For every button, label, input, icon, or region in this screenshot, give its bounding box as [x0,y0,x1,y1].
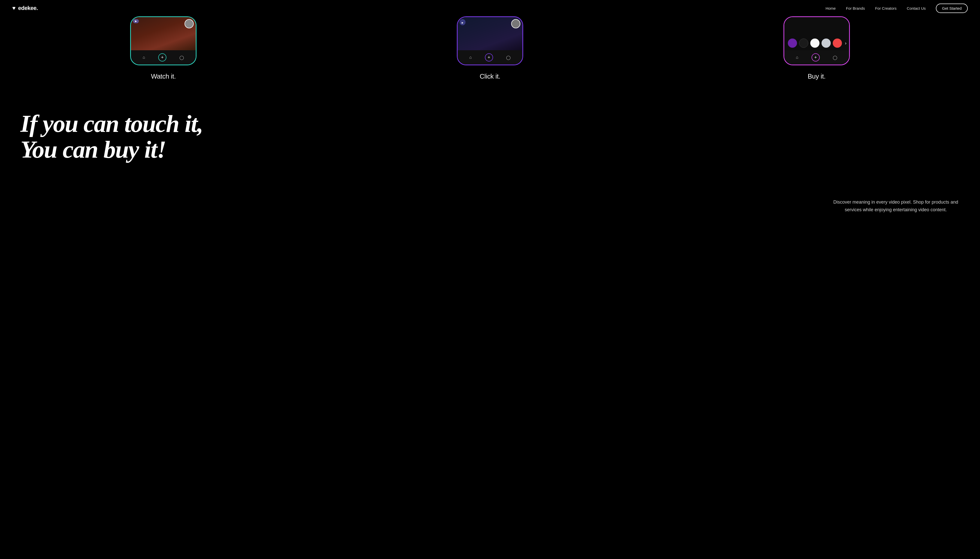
nav-links: Home For Brands For Creators Contact Us … [826,3,968,13]
phone-nav-1: ⌂ + ◯ [131,50,196,64]
live-badge-2: ▶ [460,19,465,25]
profile-icon-2: ◯ [506,55,511,60]
swatch-black[interactable] [799,38,808,48]
home-icon-2: ⌂ [469,55,472,60]
phone-screen-3: › [784,17,849,50]
logo-heart-icon: ♥ [12,5,16,12]
phone-mockup-2: ▶ ⌂ + ◯ [457,17,523,65]
description-section: Discover meaning in every video pixel. S… [0,183,980,234]
plus-icon-1[interactable]: + [158,53,166,61]
profile-icon-1: ◯ [179,55,184,60]
tagline-section: If you can touch it, You can buy it! [0,80,357,183]
description-text: Discover meaning in every video pixel. S… [832,198,960,214]
tagline-line-2: You can buy it! [20,137,337,162]
color-swatches: › [788,38,846,48]
tagline-line-1: If you can touch it, [20,111,337,137]
home-icon-1: ⌂ [143,55,145,60]
swatch-red[interactable] [833,38,842,48]
phone-mockup-1: ▶ ⌂ + ◯ [130,17,197,65]
home-icon-3: ⌂ [796,55,798,60]
nav-home[interactable]: Home [826,6,836,10]
phone-screen-1: ▶ [131,17,196,50]
get-started-button[interactable]: Get Started [936,3,968,13]
swatch-white[interactable] [810,38,819,48]
phone-buy: › ⌂ + ◯ Buy it. [653,17,980,80]
phone-click: ▶ ⌂ + ◯ Click it. [327,17,653,80]
live-badge-1: ▶ [133,19,139,23]
nav-for-brands[interactable]: For Brands [846,6,865,10]
plus-icon-2[interactable]: + [485,53,493,61]
swatch-lightgray[interactable] [821,38,831,48]
phone-screen-2: ▶ [458,17,522,50]
nav-contact-us[interactable]: Contact Us [907,6,925,10]
logo[interactable]: ♥ edekee. [12,5,38,12]
phone-label-1: Watch it. [151,73,175,80]
phone-label-3: Buy it. [808,73,826,80]
logo-text: edekee. [18,5,38,12]
phone-nav-2: ⌂ + ◯ [458,50,522,64]
tagline-text: If you can touch it, You can buy it! [20,111,337,162]
phone-watch: ▶ ⌂ + ◯ Watch it. [0,17,327,80]
profile-icon-3: ◯ [833,55,837,60]
avatar-1 [184,19,194,28]
navbar: ♥ edekee. Home For Brands For Creators C… [0,0,980,17]
more-swatches-icon: › [845,41,846,46]
swatch-purple[interactable] [788,38,797,48]
phone-mockup-3: › ⌂ + ◯ [783,17,850,65]
plus-icon-3[interactable]: + [811,53,820,61]
phone-label-2: Click it. [480,73,500,80]
nav-for-creators[interactable]: For Creators [875,6,897,10]
phone-nav-3: ⌂ + ◯ [784,50,849,64]
avatar-2 [511,19,520,28]
